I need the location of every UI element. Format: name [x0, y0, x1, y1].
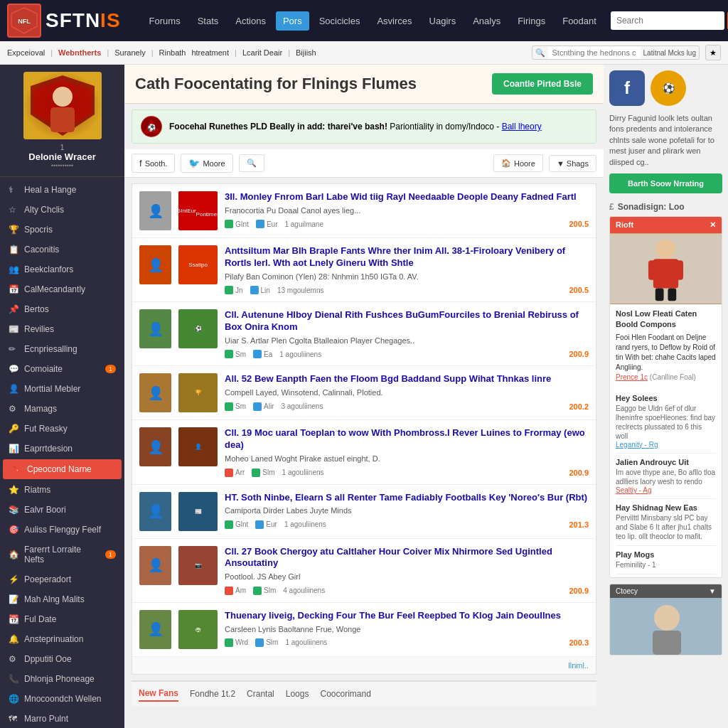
search-input[interactable] — [611, 11, 724, 30]
subnav-search-input[interactable] — [548, 46, 641, 59]
sidebar-item-spocris[interactable]: 🏆Spocris — [0, 220, 124, 240]
other-social-icon[interactable]: ⚽ — [651, 70, 686, 106]
subnav-item-2[interactable]: Suranely — [114, 48, 145, 57]
subnav-item-6[interactable]: Bijiish — [296, 48, 316, 57]
subnav-item-5[interactable]: Lcarit Deair — [242, 48, 282, 57]
bottom-tab-fondhe[interactable]: Fondhe 1t.2 — [190, 687, 235, 701]
feed-title[interactable]: HT. Soth Ninbe, Elearn S all Renter Tame… — [225, 492, 589, 504]
sidebar-item-eaprt[interactable]: 📊Eaprrtdesion — [0, 439, 124, 459]
right-player-card: Rioft ✕ Nosl Low Fleati Caten Boold Comp… — [609, 216, 722, 578]
feed-avatar: 👤 — [139, 427, 171, 466]
sidebar-item-ecnp[interactable]: ✏Ecnpriesalling — [0, 339, 124, 359]
subnav-item-0[interactable]: Expceioval — [7, 48, 45, 57]
share-icon: ▼ — [557, 159, 564, 168]
feed-tag-2: Eur — [256, 220, 278, 228]
sidebar-item-mnoc[interactable]: 🌐Mnocoondch Wellen — [0, 689, 124, 709]
feed-title[interactable]: Thuenary liveig, Decking Four The Bur Fe… — [225, 610, 589, 622]
news-tag-link[interactable]: Leganity - Rg — [616, 441, 658, 449]
feed-avatar: 👤 — [139, 245, 171, 284]
right-card-link1[interactable]: Prence 1c — [616, 373, 648, 381]
feed-btn-moore[interactable]: 🐦 Moore — [181, 154, 232, 173]
right-card-close-button[interactable]: ✕ — [710, 220, 716, 230]
nav-firings[interactable]: Firings — [510, 11, 552, 31]
user-rank: 1 Delonie Wracer — [7, 144, 117, 162]
sidebar-item-calme[interactable]: 📅CalMecandantly — [0, 279, 124, 299]
bottom-tab-crantal[interactable]: Crantal — [247, 687, 274, 701]
sidebar-item-anst[interactable]: 🔔Ansteprinuation — [0, 629, 124, 649]
sidebar-item-aulis[interactable]: 🎯Auliss Flenggy Feelf — [0, 520, 124, 540]
right-bottom-label: Ctoecy — [616, 587, 638, 595]
subnav-item-3[interactable]: Rinbath — [159, 48, 186, 57]
bottom-tab-newfans[interactable]: New Fans — [139, 686, 178, 702]
nav-uagirs[interactable]: Uagirs — [422, 11, 464, 31]
feed-thumb: 👤 — [178, 427, 218, 466]
sidebar-item-mamags[interactable]: ⚙Mamags — [0, 399, 124, 419]
feed-title[interactable]: Cll. Autenune Hlboy Dienal Rith Fushces … — [225, 309, 589, 333]
svg-rect-16 — [668, 288, 676, 301]
feed-title[interactable]: Cll. 27 Book Chergoy atu Caltlaher Hour … — [225, 546, 589, 570]
right-news-item-2: Hay Shidnag New Eas Pervilttl Minsbany s… — [616, 499, 716, 546]
nav-stats[interactable]: Stats — [191, 11, 226, 31]
feed-btn-smooth[interactable]: f Sooth. — [132, 154, 175, 173]
sidebar-item-beekc[interactable]: 👥Beekclanfors — [0, 259, 124, 279]
sidebar-item-riatms[interactable]: ⭐Riatms — [0, 480, 124, 500]
alert-link[interactable]: Ball lheory — [502, 122, 542, 132]
book-icon: 📚 — [9, 505, 18, 515]
tag-blue-icon — [255, 638, 264, 647]
sidebar-item-dhlo[interactable]: 📞Dhlonja Phoneage — [0, 669, 124, 689]
sidebar-item-alty[interactable]: ☆Alty Chclis — [0, 200, 124, 220]
subnav-search-icon: 🔍 — [532, 48, 548, 58]
subnav-star-button[interactable]: ★ — [705, 45, 721, 60]
sidebar-item-cpeocond[interactable]: 🔖Cpeocond Narne — [3, 459, 122, 479]
feed-item: 👤 📰 HT. Soth Ninbe, Elearn S all Renter … — [132, 485, 596, 539]
site-logo-text: SFTNIS — [46, 9, 121, 32]
news-tag-link[interactable]: Sealtiy - Ag — [616, 486, 652, 494]
news-desc: Pervilttl Minsbany sld PC bay and Slabe … — [616, 513, 716, 541]
sidebar-item-ful[interactable]: 📆Ful Date — [0, 609, 124, 629]
feed-title[interactable]: Cll. 19 Moc uaral Toeplan to wow With Ph… — [225, 427, 589, 451]
feed-desc: Compell Layed, Winsotend, Calinnali, Plo… — [225, 387, 589, 398]
sidebar-item-poep[interactable]: ⚡Poeperadort — [0, 569, 124, 589]
feed-share-button[interactable]: ▼ Shags — [549, 155, 596, 172]
nav-actions[interactable]: Actions — [228, 11, 273, 31]
sidebar-item-caconitis[interactable]: 📋Caconitis — [0, 240, 124, 259]
feed-title[interactable]: 3Il. Monley Fnrom Barl Labe Wid tiig Ray… — [225, 191, 589, 203]
nav-asvirces[interactable]: Asvirces — [370, 11, 419, 31]
sidebar-item-ealvr[interactable]: 📚Ealvr Boori — [0, 500, 124, 520]
right-bottom-arrow[interactable]: ▼ — [709, 587, 716, 595]
feed-title[interactable]: All. 52 Bew Eanpth Faen the Floom Bgd Ba… — [225, 373, 589, 385]
sidebar-item-mah[interactable]: 📝Mah Alng Malits — [0, 589, 124, 609]
sidebar-item-marro[interactable]: 🗺Marro Pulnt — [0, 709, 124, 728]
sidebar-item-como[interactable]: 💬Comoiaite1 — [0, 359, 124, 379]
nav-analys[interactable]: Analys — [466, 11, 508, 31]
sidebar-item-revilies[interactable]: 📰Revilies — [0, 319, 124, 339]
sidebar-item-mort[interactable]: 👤Morttial Mebler — [0, 379, 124, 399]
facebook-icon[interactable]: f — [609, 70, 645, 106]
right-news-section: Hey Solees Eaggo be Uldn 6ef of dlur lhe… — [610, 387, 722, 577]
sidebar-item-heal[interactable]: ⚕Heal a Hange — [0, 180, 124, 200]
nav-pors[interactable]: Pors — [276, 11, 309, 31]
logo-area: NFL SFTNIS — [7, 4, 121, 38]
sidebar-item-dpp[interactable]: ⚙Dpputiti Ooe — [0, 649, 124, 669]
sidebar-item-fut[interactable]: 🔑Fut Reasky — [0, 419, 124, 439]
bottom-tab-coocorimand[interactable]: Coocorimand — [320, 687, 370, 701]
feed-search-button[interactable]: 🔍 — [239, 154, 264, 172]
right-cta-button[interactable]: Barth Soow Nrrating — [609, 173, 722, 193]
sidebar-item-bertos[interactable]: 📌Bertos — [0, 299, 124, 319]
feed-meta: Jn Lin 13 mgoulemns 200.5 — [225, 286, 589, 294]
feed-home-button[interactable]: 🏠 Hoore — [493, 154, 543, 172]
feed-score: 200.2 — [569, 402, 589, 411]
subnav-item-4[interactable]: htreatment — [191, 48, 229, 57]
feed-time: 1 agouliinens — [282, 469, 324, 476]
sidebar-item-farer[interactable]: 🏠Farerrt Lorraite Nefts1 — [0, 540, 124, 569]
feed-title[interactable]: Anttsiltum Mar Blh Braple Fants Whre the… — [225, 245, 589, 269]
nav-foodant[interactable]: Foodant — [555, 11, 604, 31]
subnav-item-1[interactable]: Webntherts — [58, 48, 101, 57]
nav-forums[interactable]: Forums — [142, 11, 188, 31]
logo-shield: NFL — [7, 4, 41, 38]
news-desc: Im aove thype ane, Bo afllo tloa adllier… — [616, 468, 716, 486]
page-header-cta-button[interactable]: Coantle Pirted Bsle — [492, 73, 593, 95]
feed-more[interactable]: llnml.. — [132, 657, 596, 674]
nav-socicicles[interactable]: Socicicles — [312, 11, 368, 31]
bottom-tab-loogs[interactable]: Loogs — [286, 687, 309, 701]
